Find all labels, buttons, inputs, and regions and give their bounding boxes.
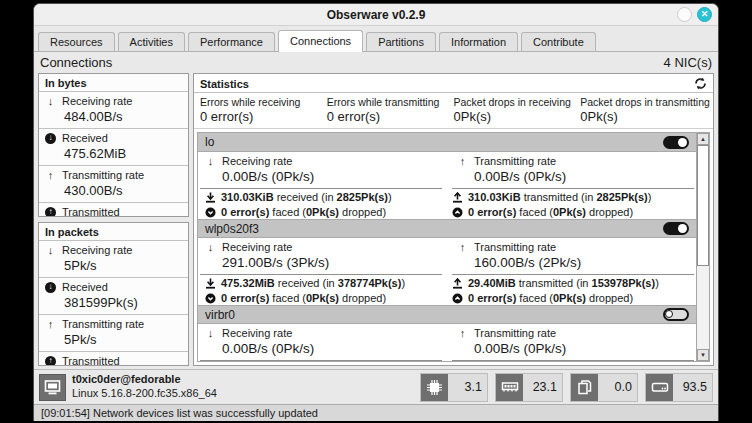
stat-value: 381599Pk(s) — [64, 295, 182, 310]
interface-section-wlp0s20f3: wlp0s20f3 ↓Receiving rate 291.00B/s (3Pk… — [198, 219, 696, 305]
stat-label: Transmitted — [62, 206, 120, 217]
stat-value: 484.00B/s — [64, 109, 182, 124]
summary-value: 0Pk(s) — [454, 109, 581, 124]
tab-connections[interactable]: Connections — [278, 30, 363, 52]
interface-section-lo: lo ↓Receiving rate 0.00B/s (0Pk/s) ↑Tran… — [198, 133, 696, 219]
tab-information[interactable]: Information — [439, 32, 518, 51]
window-title: Obserware v0.2.9 — [327, 8, 426, 22]
interface-toggle[interactable] — [663, 222, 689, 235]
rate-label: Receiving rate — [222, 155, 292, 167]
username-host: t0xic0der@fedorable — [72, 373, 217, 387]
list-item: ↑Transmitting rate 5Pk/s — [39, 315, 188, 352]
tab-performance[interactable]: Performance — [188, 32, 275, 51]
cpu-icon — [421, 374, 448, 401]
stat-label: Received — [62, 281, 108, 293]
interface-toggle[interactable] — [663, 308, 689, 321]
swap-value: 0.0 — [598, 380, 637, 394]
error-up-icon — [452, 207, 463, 218]
interface-name: wlp0s20f3 — [205, 222, 259, 236]
stat-label: Receiving rate — [62, 95, 132, 107]
scrollbar[interactable]: ▲ ▼ — [696, 133, 709, 361]
summary-value: 0Pk(s) — [580, 109, 707, 124]
error-down-icon — [205, 207, 216, 218]
summary-label: Errors while receiving — [200, 96, 327, 108]
error-down-icon — [205, 293, 216, 304]
page-title: Connections — [40, 55, 112, 70]
up-arrow-icon: ↑ — [45, 169, 56, 181]
statistics-title: Statistics — [200, 78, 249, 90]
tab-contribute[interactable]: Contribute — [521, 32, 596, 51]
rate-value: 160.00B/s (2Pk/s) — [474, 255, 689, 270]
interface-list: lo ↓Receiving rate 0.00B/s (0Pk/s) ↑Tran… — [198, 133, 696, 361]
tab-partitions[interactable]: Partitions — [366, 32, 436, 51]
scroll-down-icon[interactable]: ▼ — [697, 349, 709, 361]
interface-toggle[interactable] — [663, 136, 689, 149]
summary-label: Packet drops in receiving — [454, 96, 581, 108]
up-arrow-icon: ↑ — [45, 318, 56, 330]
stat-label: Transmitting rate — [62, 318, 144, 330]
summary-value: 0 error(s) — [327, 109, 454, 124]
status-message: [09:01:54] Network devices list was succ… — [41, 407, 318, 419]
rate-label: Transmitting rate — [474, 241, 556, 253]
circled-up-arrow-icon: ↑ — [45, 356, 56, 367]
refresh-icon[interactable] — [694, 77, 707, 90]
stat-label: Receiving rate — [62, 244, 132, 256]
close-button[interactable]: ✕ — [697, 7, 712, 22]
stat-value: 430.00B/s — [64, 183, 182, 198]
rate-label: Receiving rate — [222, 241, 292, 253]
disk-value: 93.5 — [673, 380, 712, 394]
cpu-value: 3.1 — [448, 380, 487, 394]
kernel-version: Linux 5.16.8-200.fc35.x86_64 — [72, 387, 217, 401]
list-item: ↑Transmitting rate 430.00B/s — [39, 166, 188, 203]
download-icon — [205, 192, 216, 203]
title-bar: Obserware v0.2.9 ✕ — [34, 4, 718, 26]
up-arrow-icon: ↑ — [457, 155, 468, 167]
rate-value: 291.00B/s (3Pk/s) — [222, 255, 437, 270]
rx-total-line: 310.03KiB received (in 2825Pk(s)) — [200, 189, 447, 204]
cpu-metric: 3.1 — [420, 373, 488, 402]
in-bytes-panel: In bytes ↓Receiving rate 484.00B/s ↓Rece… — [38, 73, 189, 217]
interface-name: lo — [205, 135, 214, 149]
statistics-panel: Statistics Errors while receiving 0 erro… — [193, 73, 714, 366]
stat-label: Received — [62, 132, 108, 144]
tx-total-line: 29.40MiB transmitted (in 153978Pk(s)) — [447, 275, 694, 290]
list-item: ↑Transmitted 29.70MiB — [39, 203, 188, 217]
circled-up-arrow-icon: ↑ — [45, 207, 56, 218]
stat-label: Transmitting rate — [62, 169, 144, 181]
stat-value: 5Pk/s — [64, 332, 182, 347]
stat-value: 5Pk/s — [64, 258, 182, 273]
list-item: ↓Receiving rate 5Pk/s — [39, 241, 188, 278]
rate-value: 0.00B/s (0Pk/s) — [222, 341, 437, 356]
down-arrow-icon: ↓ — [205, 327, 216, 339]
rate-value: 0.00B/s (0Pk/s) — [474, 169, 689, 184]
list-item: ↑Transmitted 156803Pk(s) — [39, 352, 188, 366]
scroll-up-icon[interactable]: ▲ — [697, 133, 709, 145]
error-up-icon — [452, 293, 463, 304]
upload-icon — [452, 192, 463, 203]
ram-metric: 23.1 — [495, 373, 563, 402]
circled-down-arrow-icon: ↓ — [45, 133, 56, 144]
totals-sidebar: In bytes ↓Receiving rate 484.00B/s ↓Rece… — [38, 73, 189, 366]
download-icon — [205, 278, 216, 289]
rate-label: Transmitting rate — [474, 155, 556, 167]
up-arrow-icon: ↑ — [457, 241, 468, 253]
host-info: t0xic0der@fedorable Linux 5.16.8-200.fc3… — [39, 373, 217, 401]
up-arrow-icon: ↑ — [457, 327, 468, 339]
down-arrow-icon: ↓ — [205, 155, 216, 167]
rx-errors-line: 0 error(s) faced (0Pk(s) dropped) — [200, 204, 447, 219]
upload-icon — [452, 278, 463, 289]
down-arrow-icon: ↓ — [45, 244, 56, 256]
tab-activities[interactable]: Activities — [118, 32, 185, 51]
stat-label: Transmitted — [62, 355, 120, 366]
rate-value: 0.00B/s (0Pk/s) — [222, 169, 437, 184]
tab-resources[interactable]: Resources — [38, 32, 115, 51]
rx-total-line: 475.32MiB received (in 378774Pk(s)) — [200, 275, 447, 290]
in-packets-title: In packets — [39, 223, 188, 241]
rate-label: Receiving rate — [222, 327, 292, 339]
list-item: ↓Receiving rate 484.00B/s — [39, 92, 188, 129]
app-window: Obserware v0.2.9 ✕ Resources Activities … — [33, 3, 719, 421]
summary-label: Errors while transmitting — [327, 96, 454, 108]
minimize-button[interactable] — [677, 7, 692, 22]
scrollbar-thumb[interactable] — [697, 145, 709, 266]
down-arrow-icon: ↓ — [205, 241, 216, 253]
